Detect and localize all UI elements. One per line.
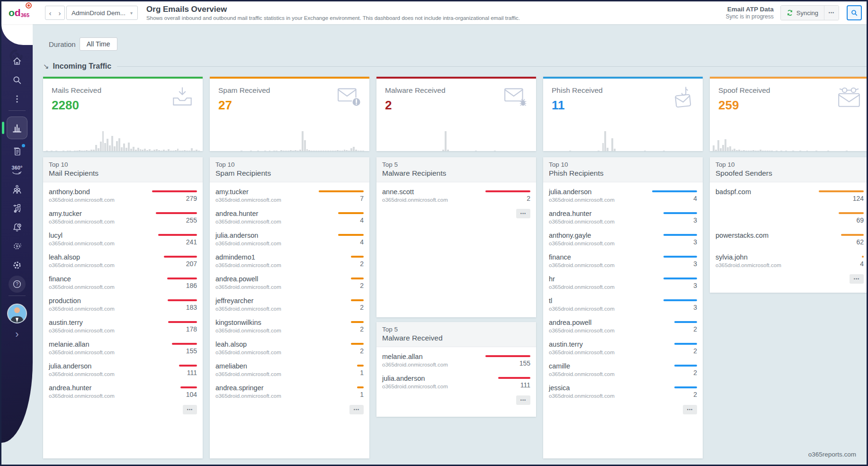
spark-bar [181,151,183,151]
expand-chevron-icon[interactable]: › [15,329,18,340]
spark-bar [186,151,188,151]
recipient-domain: o365droid.onmicrosoft.com [549,306,615,312]
global-search-button[interactable] [847,5,862,20]
o365reports-link[interactable]: o365reports.com [808,451,856,458]
list-row[interactable]: julia.anderson o365droid.onmicrosoft.com… [215,228,364,250]
stat-card[interactable]: Phish Received 11 [543,77,703,151]
sidebar-item-360[interactable]: 360° [7,161,27,180]
list-row[interactable]: andrea.hunter o365droid.onmicrosoft.com … [49,380,197,402]
spark-bar [276,151,277,151]
list-row[interactable]: melanie.allan o365droid.onmicrosoft.com … [382,349,530,371]
list-row[interactable]: anne.scott o365droid.onmicrosoft.com 2 [382,184,530,206]
list-row[interactable]: production o365droid.onmicrosoft.com 183 [49,293,197,315]
list-row[interactable]: lucyl o365droid.onmicrosoft.com 241 [49,228,197,250]
sidebar-item-automation[interactable] [7,237,27,256]
spark-bar [283,151,285,151]
list-row[interactable]: leah.alsop o365droid.onmicrosoft.com 2 [215,337,364,358]
user-avatar[interactable] [7,304,27,323]
list-row[interactable]: andrea.hunter o365droid.onmicrosoft.com … [549,206,697,228]
sidebar-item-analytics[interactable] [7,116,27,139]
list-row[interactable]: finance o365droid.onmicrosoft.com 3 [549,250,697,271]
more-options-button[interactable]: ••• [516,209,530,218]
stat-card[interactable]: Malware Received 2 [376,77,536,151]
spark-bar [146,150,148,151]
more-options-button[interactable]: ••• [516,395,530,405]
nav-back-button[interactable]: ‹ [45,6,55,19]
list-row[interactable]: 69 [716,206,864,228]
sidebar-item-help[interactable]: ? [7,275,27,294]
value-bar [485,190,530,192]
list-row[interactable]: julia.anderson o365droid.onmicrosoft.com… [49,358,197,380]
list-row[interactable]: andrea.powell o365droid.onmicrosoft.com … [549,315,697,337]
more-options-button[interactable]: ••• [850,274,864,284]
value-bar [180,386,197,388]
list-row[interactable]: sylvia.john o365droid.onmicrosoft.com 4 [716,250,864,271]
list-row[interactable]: anthony.bond o365droid.onmicrosoft.com 2… [49,184,197,206]
sidebar-item-reports[interactable] [7,142,27,161]
sidebar-item-home[interactable] [7,52,27,71]
spark-bar [100,142,102,151]
list-row[interactable]: julia.anderson o365droid.onmicrosoft.com… [382,371,530,393]
recipient-name: hr [549,275,615,283]
spark-bar [161,151,162,151]
value-label: 3 [693,282,697,289]
nav-forward-button[interactable]: › [55,6,64,19]
list-row[interactable]: austin.terry o365droid.onmicrosoft.com 2 [549,337,697,358]
list-row[interactable]: powerstacks.com 62 [716,228,864,250]
list-row[interactable]: hr o365droid.onmicrosoft.com 3 [549,271,697,293]
sidebar-item-settings[interactable] [7,256,27,275]
more-options-button[interactable]: ••• [349,405,364,414]
spark-bar [109,145,111,151]
sync-button[interactable]: Syncing [781,6,824,20]
spark-bar [98,148,99,151]
list-row[interactable]: andrea.hunter o365droid.onmicrosoft.com … [215,206,364,228]
list-row[interactable]: camille o365droid.onmicrosoft.com 2 [549,358,697,380]
list-row[interactable]: austin.terry o365droid.onmicrosoft.com 1… [49,315,197,337]
more-options-button[interactable]: ••• [183,405,197,414]
sidebar-item-alerts[interactable] [7,218,27,237]
list-row[interactable]: anthony.gayle o365droid.onmicrosoft.com … [549,228,697,250]
list-row[interactable]: amy.tucker o365droid.onmicrosoft.com 7 [215,184,364,206]
list-row[interactable]: tl o365droid.onmicrosoft.com 3 [549,293,697,315]
spark-bar [755,151,757,151]
duration-value-button[interactable]: All Time [80,37,117,51]
delegation-icon [12,203,22,214]
stat-card[interactable]: Mails Received 2280 [43,77,203,151]
recipient-name: melanie.allan [382,353,448,360]
list-card-header: Top 5 Malware Received [376,322,536,347]
stat-card[interactable]: Spam Received 27 [210,77,369,151]
list-row[interactable]: finance o365droid.onmicrosoft.com 186 [49,271,197,293]
list-row[interactable]: julia.anderson o365droid.onmicrosoft.com… [549,184,697,206]
list-row[interactable]: kingstonwilkins o365droid.onmicrosoft.co… [215,315,364,337]
list-row[interactable]: badspf.com 124 [716,184,864,206]
more-options-button[interactable]: ••• [683,405,697,414]
list-row[interactable]: admindemo1 o365droid.onmicrosoft.com 2 [215,250,364,271]
value-label: 2 [360,347,364,355]
sync-more-button[interactable]: ••• [824,6,839,20]
spark-bar [104,143,106,151]
stat-card[interactable]: Spoof Received 259 [710,77,868,151]
more-vertical-icon [12,94,22,104]
list-row[interactable]: amy.tucker o365droid.onmicrosoft.com 255 [49,206,197,228]
spark-bar [743,150,745,151]
spark-bar [745,151,747,151]
list-row[interactable]: ameliaben o365droid.onmicrosoft.com 1 [215,358,364,380]
spark-bar [250,151,252,151]
list-row[interactable]: melanie.allan o365droid.onmicrosoft.com … [49,337,197,358]
list-row[interactable]: leah.alsop o365droid.onmicrosoft.com 207 [49,250,197,271]
list-row[interactable]: jessica o365droid.onmicrosoft.com 2 [549,380,697,402]
sidebar-item-more[interactable] [7,90,27,108]
spark-bar [771,151,773,151]
sidebar-item-search[interactable] [7,71,27,90]
list-row[interactable]: andrea.powell o365droid.onmicrosoft.com … [215,271,364,293]
list-row[interactable]: andrea.springer o365droid.onmicrosoft.co… [215,380,364,402]
list-row[interactable]: jeffreyarcher o365droid.onmicrosoft.com … [215,293,364,315]
spark-bar [332,151,334,151]
active-indicator [2,122,4,134]
sidebar-item-delegation[interactable] [7,199,27,218]
sidebar-item-admin-roles[interactable] [7,180,27,199]
spark-bar [327,151,329,151]
workspace-dropdown[interactable]: AdminDroid Dem... ▾ [66,6,138,20]
spark-bar [158,150,160,151]
recipient-domain: o365droid.onmicrosoft.com [49,328,115,333]
